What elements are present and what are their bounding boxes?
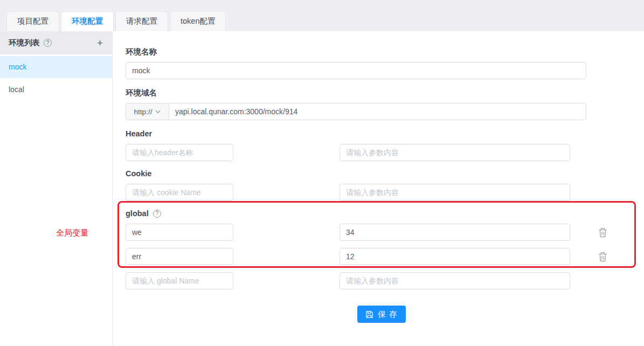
save-icon bbox=[365, 310, 373, 319]
global-row-empty bbox=[126, 272, 644, 289]
annotation-text: 全局变量 bbox=[56, 228, 88, 238]
env-domain-group: http:// bbox=[126, 103, 586, 120]
add-environment-button[interactable]: + bbox=[97, 38, 103, 48]
save-row: 保 存 bbox=[126, 306, 586, 323]
tab-env-config[interactable]: 环境配置 bbox=[61, 11, 114, 31]
cookie-name-input[interactable] bbox=[126, 184, 233, 201]
cookie-row bbox=[126, 184, 644, 201]
global-row-2 bbox=[126, 248, 644, 265]
global-name-input-2[interactable] bbox=[126, 248, 233, 265]
delete-global-row-1-button[interactable] bbox=[597, 227, 608, 238]
tab-token-config[interactable]: token配置 bbox=[170, 11, 226, 31]
env-domain-input[interactable] bbox=[169, 103, 586, 120]
global-value-input-2[interactable] bbox=[340, 248, 570, 265]
sidebar-item-mock[interactable]: mock bbox=[0, 56, 112, 78]
cookie-section-label: Cookie bbox=[126, 168, 644, 179]
header-value-input[interactable] bbox=[340, 144, 570, 161]
global-help-icon[interactable]: ? bbox=[153, 210, 161, 218]
trash-icon bbox=[598, 252, 607, 262]
tab-request-config[interactable]: 请求配置 bbox=[115, 11, 168, 31]
env-config-panel: 环境名称 环境域名 http:// Header Cookie global ? bbox=[113, 31, 644, 346]
tab-bar: 项目配置 环境配置 请求配置 token配置 bbox=[0, 0, 644, 31]
help-icon[interactable]: ? bbox=[44, 39, 52, 47]
cookie-value-input[interactable] bbox=[340, 184, 570, 201]
global-section-label: global bbox=[126, 208, 149, 219]
save-button[interactable]: 保 存 bbox=[357, 306, 405, 323]
sidebar-item-local[interactable]: local bbox=[0, 79, 112, 101]
env-name-input[interactable] bbox=[126, 62, 586, 79]
sidebar-header: 环境列表 ? + bbox=[0, 31, 112, 54]
env-domain-label: 环境域名 bbox=[126, 87, 644, 98]
global-name-input-new[interactable] bbox=[126, 272, 233, 289]
trash-icon bbox=[598, 227, 607, 238]
global-value-input-1[interactable] bbox=[340, 224, 570, 241]
save-button-label: 保 存 bbox=[378, 309, 397, 320]
global-row-1 bbox=[126, 224, 644, 241]
header-section-label: Header bbox=[126, 128, 644, 139]
global-value-input-new[interactable] bbox=[340, 272, 570, 289]
chevron-down-icon bbox=[155, 110, 161, 114]
tab-project-config[interactable]: 项目配置 bbox=[6, 11, 59, 31]
environment-sidebar: 环境列表 ? + mock local bbox=[0, 31, 113, 346]
global-name-input-1[interactable] bbox=[126, 224, 233, 241]
protocol-value: http:// bbox=[134, 108, 153, 116]
protocol-select[interactable]: http:// bbox=[126, 103, 169, 120]
header-row bbox=[126, 144, 644, 161]
sidebar-title: 环境列表 bbox=[9, 38, 40, 48]
env-name-label: 环境名称 bbox=[126, 46, 644, 57]
global-section-header: global ? bbox=[126, 208, 644, 219]
header-name-input[interactable] bbox=[126, 144, 233, 161]
delete-global-row-2-button[interactable] bbox=[597, 251, 608, 262]
